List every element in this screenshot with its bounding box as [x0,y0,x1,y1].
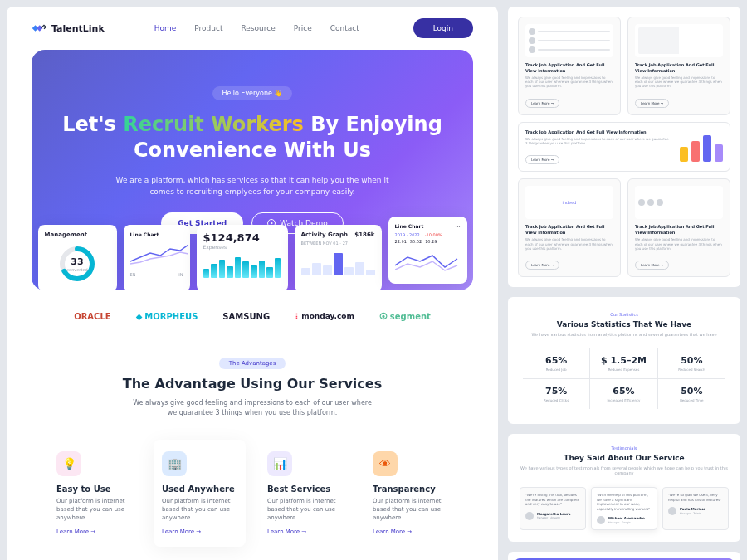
feature-chart-card: Track Job Application And Get Full View … [518,122,730,173]
cta-section: Let's Join With Us By joining and enjoyi… [508,552,740,560]
nav-resource[interactable]: Resource [242,24,276,32]
brand-segment: ⦿ segment [379,312,431,321]
learn-more-link[interactable]: Learn More → [635,261,669,270]
brand-logos: ORACLE ◆ MORPHEUS SAMSUNG ⫶ monday.com ⦿… [7,290,498,343]
advantages-section: The Advantages The Advantage Using Our S… [7,343,498,560]
brand-name: TalentLink [51,23,105,34]
hero-subtitle: We are a platform, which has services so… [111,175,393,197]
statistics-section: Our Statistics Various Statistics That W… [508,297,740,424]
learn-more-link[interactable]: Learn More → [56,528,132,535]
testimonial-card: "We're so glad we use it, very helpful a… [662,487,729,530]
nav-contact[interactable]: Contact [330,24,359,32]
learn-more-link[interactable]: Learn More → [525,155,559,164]
hero-section: Hello Everyone 👋 Let's Recruit Workers B… [32,50,473,290]
testimonial-card: "With the help of this platform, we have… [591,487,657,530]
bulb-icon: 💡 [56,451,81,476]
learn-more-link[interactable]: Learn More → [267,528,343,535]
dashboard-preview-cards: Management 33converted Line Chart ENIN $… [48,225,456,290]
main-landing-page: TalentLink Home Product Resource Price C… [7,7,498,560]
feature-card: Track Job Application And Get Full View … [627,17,730,115]
stat-item: 50%Reduced Search [658,348,725,379]
stat-item: 65%Increased Efficiency [590,379,657,409]
nav-home[interactable]: Home [154,24,177,32]
eye-icon: 👁 [373,451,398,476]
logo-icon [32,23,46,33]
stat-item: $ 1.5–2MReduced Expenses [590,348,657,379]
advantage-easy-to-use: 💡 Easy to Use Our platform is internet b… [48,440,140,547]
feature-card: indeed Track Job Application And Get Ful… [518,178,621,277]
feature-card: Track Job Application And Get Full View … [518,17,621,115]
learn-more-link[interactable]: Learn More → [525,99,559,108]
advantage-used-anywhere: 🏢 Used Anywhere Our platform is internet… [154,440,246,547]
building-icon: 🏢 [162,451,187,476]
stat-item: 50%Reduced Time [658,379,725,409]
stats-title: Various Statistics That We Have [523,320,725,329]
stats-grid: 65%Reduced Job $ 1.5–2MReduced Expenses … [523,348,725,409]
advantages-title: The Advantage Using Our Services [48,376,456,392]
brand-oracle: ORACLE [74,312,110,321]
learn-more-link[interactable]: Learn More → [373,528,448,535]
login-button[interactable]: Login [413,18,473,38]
forecast-line-chart-card: Line Chart⋯ 2019 · 2022-10.00% 22.9130.0… [388,217,467,284]
testimonial-card: "We're loving this tool, besides the fea… [520,487,586,530]
advantage-transparency: 👁 Transparency Our platform is internet … [364,440,456,547]
feature-card: Track Job Application And Get Full View … [627,178,730,277]
activity-graph-card: Activity Graph$186k BETWEEN NOV 01 - 27 [295,225,382,290]
hero-badge: Hello Everyone 👋 [212,86,293,100]
management-card: Management 33converted [38,225,117,290]
learn-more-link[interactable]: Learn More → [525,261,559,270]
stat-item: 75%Reduced Clicks [523,379,590,409]
advantages-subtitle: We always give good feeling and impressi… [128,398,377,418]
advantages-grid: 💡 Easy to Use Our platform is internet b… [48,440,456,547]
learn-more-link[interactable]: Learn More → [635,99,669,108]
nav-links: Home Product Resource Price Contact [154,24,359,32]
testimonials-section: Testimonials They Said About Our Service… [508,434,740,542]
stat-item: 65%Reduced Job [523,348,590,379]
nav-price[interactable]: Price [294,24,312,32]
brand-monday: ⫶ monday.com [295,312,354,321]
brand-samsung: SAMSUNG [222,312,270,321]
logo[interactable]: TalentLink [32,23,105,34]
hero-title: Let's Recruit Workers By EnjoyingConveni… [56,112,448,163]
chart-icon: 📊 [267,451,292,476]
advantage-best-services: 📊 Best Services Our platform is internet… [259,440,351,547]
line-chart-card: Line Chart ENIN [124,225,190,290]
features-section: Track Job Application And Get Full View … [508,7,740,287]
learn-more-link[interactable]: Learn More → [162,528,237,535]
brand-morpheus: ◆ MORPHEUS [136,312,198,321]
right-preview-panel: Track Job Application And Get Full View … [508,7,740,560]
expenses-card: $124,874 Expenses [197,225,288,290]
nav-product[interactable]: Product [194,24,222,32]
advantages-badge: The Advantages [219,358,286,369]
navbar: TalentLink Home Product Resource Price C… [7,7,498,50]
